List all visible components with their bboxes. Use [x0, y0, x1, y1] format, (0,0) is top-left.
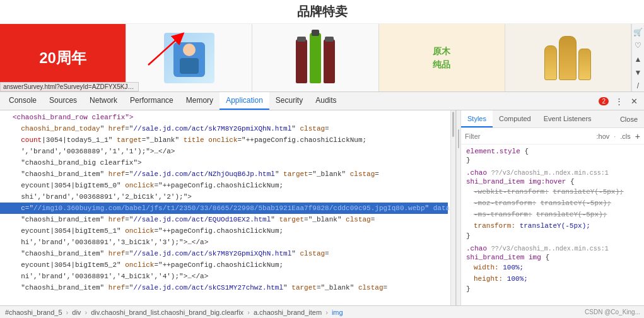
tab-memory[interactable]: Memory	[180, 92, 220, 110]
html-line[interactable]: "chaoshi_brand_item" href="//sale.jd.com…	[0, 168, 448, 180]
style-rule: -moz-transform: translateY(-5px);	[461, 197, 644, 209]
heart-icon[interactable]: ♡	[633, 40, 644, 50]
html-line[interactable]: eycount|3054|bigItem5_2" onclick="++page…	[0, 259, 448, 271]
website-preview: 品牌特卖 20周年	[0, 0, 644, 91]
html-line[interactable]: shi','brand','00368891','2_biC1k','2');"…	[0, 191, 448, 203]
tab-audits[interactable]: Audits	[309, 92, 342, 110]
arrow-down-icon[interactable]: ▼	[633, 67, 644, 78]
style-block-img: .chao ??/v3/chaoshi_m..ndex.min.css:1 sh…	[461, 244, 644, 293]
style-block-hover: .chao ??/v3/chaoshi_m..ndex.min.css:1 sh…	[461, 168, 644, 240]
breadcrumb-item-3[interactable]: div.chaoshi_brand_list.chaoshi_brand_big…	[90, 309, 245, 316]
breadcrumb-item-1[interactable]: #chaoshi_brand_5	[4, 309, 64, 316]
html-line[interactable]: ni','brand','00368891','4_biC1k','4');">…	[0, 271, 448, 282]
html-line[interactable]: ','brand','00368889','1','1');">…</a>	[0, 146, 448, 157]
html-line[interactable]: eycount|3054|bigItem5_0" onclick="++page…	[0, 180, 448, 191]
csdn-watermark: CSDN @Co_King...	[585, 309, 640, 315]
banner-img-wine	[293, 30, 337, 86]
style-selector-img: .chao ??/v3/chaoshi_m..ndex.min.css:1	[461, 244, 644, 253]
style-block-inline: element.style { }	[461, 147, 644, 165]
html-line[interactable]: count|3054|today5_1_1" target="_blank" t…	[0, 134, 448, 146]
tab-sources[interactable]: Sources	[43, 92, 83, 110]
style-selector-img-cont: shi_brand_item img {	[461, 253, 644, 262]
style-rule: -ms-transform: translateY(-5px);	[461, 209, 644, 220]
style-rule: -webkit-transform: translateY(-5px);	[461, 186, 644, 197]
tab-performance[interactable]: Performance	[124, 92, 180, 110]
styles-panel: Styles Computed Event Listeners Close :h…	[461, 110, 644, 305]
style-rule: width: 100%;	[461, 262, 644, 273]
url-tooltip: answerSurvey.html?eSurveyId=AZDFYX5KJG..…	[0, 82, 139, 91]
devtools-tabs: Console Sources Network Performance Memo…	[0, 91, 644, 110]
more-options-button[interactable]: ⋮	[611, 93, 626, 109]
style-close: }	[461, 232, 644, 240]
style-close: }	[461, 156, 644, 165]
svg-point-1	[183, 44, 196, 56]
banner-item-4: 原木纯品	[379, 24, 505, 91]
html-lines: <chaoshi_brand_row clearfix"> chaoshi_br…	[0, 110, 455, 295]
tab-security[interactable]: Security	[269, 92, 309, 110]
add-style-button[interactable]: +	[635, 132, 640, 141]
html-source-panel: <chaoshi_brand_row clearfix"> chaoshi_br…	[0, 110, 456, 305]
close-panel-button[interactable]: Close	[614, 110, 644, 127]
banner-img-cosmetic	[542, 33, 594, 83]
error-badge: 2	[599, 97, 609, 105]
styles-tabs: Styles Computed Event Listeners Close	[461, 110, 644, 128]
banner-item-2	[126, 24, 252, 91]
tab-application[interactable]: Application	[220, 92, 269, 110]
tab-console[interactable]: Console	[3, 92, 43, 110]
html-line[interactable]: "chaoshi_brand_item" href="//sale.jd.com…	[0, 214, 448, 225]
style-close: }	[461, 285, 644, 293]
tab-network[interactable]: Network	[83, 92, 124, 110]
close-devtools-button[interactable]: ✕	[626, 93, 641, 109]
html-line[interactable]: "chaoshi_brand_big clearfix">	[0, 157, 448, 168]
banner-text-1: 20周年	[39, 48, 86, 68]
style-rule: transform: translateY(-5px);	[461, 220, 644, 232]
right-sidebar: 🛒 ♡ ▲ ▼ /	[631, 24, 644, 91]
banner-img-baby	[164, 33, 214, 83]
svg-rect-2	[180, 58, 199, 74]
tab-computed[interactable]: Computed	[493, 110, 537, 127]
site-title: 品牌特卖	[0, 0, 644, 24]
breadcrumb-item-2[interactable]: div	[71, 309, 82, 316]
html-line[interactable]: chaoshi_brand_today" href="//sale.jd.com…	[0, 123, 448, 134]
banner-strip: 20周年	[0, 24, 644, 91]
cart-icon[interactable]: 🛒	[633, 26, 644, 37]
slash-icon[interactable]: /	[633, 81, 644, 91]
banner-item-5	[505, 24, 631, 91]
styles-content: element.style { } .chao ??/v3/chaoshi_m.…	[461, 144, 644, 305]
style-selector-hover: .chao ??/v3/chaoshi_m..ndex.min.css:1	[461, 168, 644, 177]
banner-item-3	[252, 24, 378, 91]
tab-event-listeners[interactable]: Event Listeners	[537, 110, 598, 127]
left-scrollbar[interactable]	[450, 110, 455, 305]
breadcrumb-item-5[interactable]: img	[331, 309, 344, 316]
html-line[interactable]: hi','brand','00368891','3_biC1k','3');">…	[0, 237, 448, 248]
middle-scrollbar[interactable]	[456, 110, 461, 305]
breadcrumb-item-4[interactable]: a.chaoshi_brand_item	[252, 309, 323, 316]
html-line-selected[interactable]: c="//img10.360buyimg.com/babel/jfs/t1/23…	[0, 203, 448, 214]
html-line[interactable]: eycount|3054|bigItem5_1" onclick="++page…	[0, 225, 448, 237]
style-selector-hover-cont: shi_brand_item img:hover {	[461, 177, 644, 186]
html-line[interactable]: <chaoshi_brand_row clearfix">	[0, 112, 448, 123]
pseudo-button[interactable]: :hov	[594, 132, 611, 141]
devtools-main: <chaoshi_brand_row clearfix"> chaoshi_br…	[0, 110, 644, 305]
arrow-up-icon[interactable]: ▲	[633, 54, 644, 64]
style-rule: height: 100%;	[461, 273, 644, 285]
filter-row: :hov · .cls +	[461, 128, 644, 144]
banner-text-wood: 原木纯品	[433, 45, 450, 71]
cls-button[interactable]: .cls	[618, 132, 633, 141]
filter-input[interactable]	[465, 132, 592, 140]
banner-item-1: 20周年	[0, 24, 126, 91]
style-selector: element.style {	[461, 147, 644, 156]
tab-styles[interactable]: Styles	[461, 110, 493, 127]
baby-svg	[170, 36, 208, 80]
html-line[interactable]: "chaoshi_brand_item" href="//sale.jd.com…	[0, 248, 448, 259]
website-content: 品牌特卖 20周年	[0, 0, 644, 91]
breadcrumb: #chaoshi_brand_5 › div › div.chaoshi_bra…	[0, 305, 644, 318]
html-line[interactable]: "chaoshi_brand_item" href="//sale.jd.com…	[0, 282, 448, 293]
